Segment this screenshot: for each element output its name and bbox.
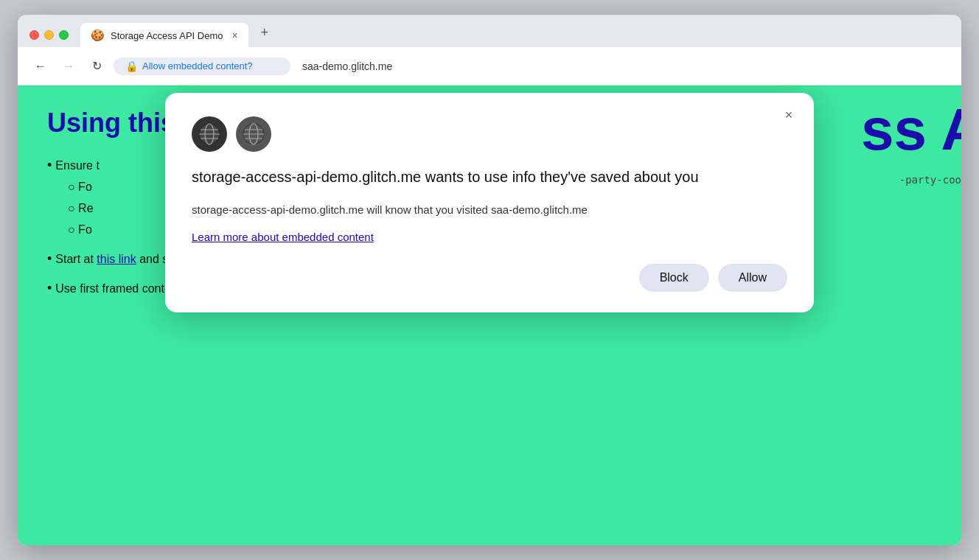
tab-title: Storage Access API Demo — [111, 30, 223, 41]
dialog-icons — [192, 116, 787, 152]
learn-more-link[interactable]: Learn more about embedded content — [192, 231, 374, 243]
permission-chip[interactable]: 🔒 Allow embedded content? — [125, 60, 253, 72]
storage-access-dialog: × — [165, 93, 814, 312]
globe-icon-1 — [192, 116, 227, 152]
nav-bar: ← → ↻ 🔒 Allow embedded content? saa-demo… — [18, 47, 961, 85]
dialog-sub-text: storage-access-api-demo.glitch.me will k… — [192, 202, 787, 219]
allow-button[interactable]: Allow — [718, 264, 787, 292]
maximize-traffic-light[interactable] — [59, 30, 69, 40]
browser-window: 🍪 Storage Access API Demo × + ← → ↻ 🔒 Al… — [18, 15, 961, 545]
dialog-main-text: storage-access-api-demo.glitch.me wants … — [192, 167, 787, 187]
lock-icon: 🔒 — [125, 60, 138, 72]
page-content: Using this Ensure t Fo Re Fo Start at th… — [18, 85, 961, 545]
permission-text: Allow embedded content? — [142, 60, 253, 71]
close-traffic-light[interactable] — [29, 30, 39, 40]
reload-button[interactable]: ↻ — [86, 55, 108, 77]
tab-favicon: 🍪 — [91, 29, 105, 42]
forward-button[interactable]: → — [58, 55, 80, 77]
minimize-traffic-light[interactable] — [44, 30, 54, 40]
globe-icon-2 — [236, 116, 271, 152]
dialog-close-button[interactable]: × — [778, 105, 799, 125]
block-button[interactable]: Block — [639, 264, 709, 292]
address-bar[interactable]: 🔒 Allow embedded content? — [114, 57, 290, 75]
title-bar: 🍪 Storage Access API Demo × + — [18, 15, 961, 47]
url-display[interactable]: saa-demo.glitch.me — [302, 60, 950, 72]
tab-close-button[interactable]: × — [231, 29, 237, 41]
dialog-buttons: Block Allow — [192, 264, 787, 292]
dialog-overlay: × — [18, 85, 961, 545]
back-button[interactable]: ← — [29, 55, 52, 77]
active-tab[interactable]: 🍪 Storage Access API Demo × — [80, 23, 248, 48]
traffic-lights — [29, 30, 69, 40]
new-tab-button[interactable]: + — [254, 22, 275, 43]
